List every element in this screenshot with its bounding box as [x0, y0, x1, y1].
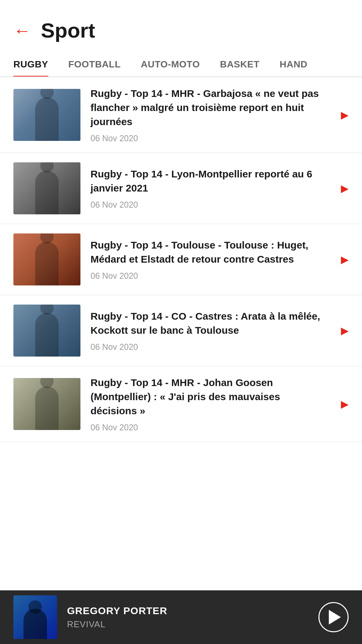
- image-silhouette: [35, 313, 59, 357]
- article-date: 06 Nov 2020: [90, 423, 327, 432]
- article-image: [13, 89, 80, 141]
- article-image: [13, 305, 80, 357]
- tabs-bar: RUGBYFOOTBALLAUTO-MOTOBASKETHAND: [0, 52, 362, 77]
- article-date: 06 Nov 2020: [90, 271, 327, 281]
- now-playing-bar: GREGORY PORTER REVIVAL: [0, 590, 362, 644]
- play-icon: [329, 610, 341, 625]
- article-item[interactable]: Rugby - Top 14 - CO - Castres : Arata à …: [0, 295, 362, 366]
- article-item[interactable]: Rugby - Top 14 - MHR - Johan Goosen (Mon…: [0, 366, 362, 442]
- article-chevron-icon: ▶: [341, 182, 349, 194]
- tab-rugby[interactable]: RUGBY: [13, 52, 48, 76]
- article-title: Rugby - Top 14 - Lyon-Montpellier report…: [90, 167, 327, 195]
- album-art: [13, 595, 57, 639]
- play-pause-button[interactable]: [318, 602, 349, 632]
- article-content: Rugby - Top 14 - CO - Castres : Arata à …: [80, 309, 338, 352]
- article-chevron-icon: ▶: [341, 398, 349, 410]
- article-list: Rugby - Top 14 - MHR - Garbajosa « ne ve…: [0, 77, 362, 442]
- article-date: 06 Nov 2020: [90, 133, 327, 143]
- np-artist-name: GREGORY PORTER: [67, 605, 308, 616]
- article-chevron-icon: ▶: [341, 109, 349, 121]
- back-button[interactable]: ←: [13, 22, 31, 39]
- article-image: [13, 233, 80, 285]
- art-head-shape: [28, 600, 42, 614]
- tab-football[interactable]: FOOTBALL: [68, 52, 121, 76]
- article-title: Rugby - Top 14 - MHR - Johan Goosen (Mon…: [90, 376, 327, 418]
- article-item[interactable]: Rugby - Top 14 - Lyon-Montpellier report…: [0, 153, 362, 224]
- article-date: 06 Nov 2020: [90, 342, 327, 352]
- tab-auto-moto[interactable]: AUTO-MOTO: [141, 52, 200, 76]
- article-title: Rugby - Top 14 - CO - Castres : Arata à …: [90, 309, 327, 337]
- page-title: Sport: [41, 18, 95, 42]
- article-date: 06 Nov 2020: [90, 200, 327, 210]
- article-chevron-icon: ▶: [341, 254, 349, 265]
- article-content: Rugby - Top 14 - Lyon-Montpellier report…: [80, 167, 338, 210]
- article-content: Rugby - Top 14 - MHR - Garbajosa « ne ve…: [80, 87, 338, 143]
- article-title: Rugby - Top 14 - Toulouse - Toulouse : H…: [90, 238, 327, 266]
- article-image: [13, 162, 80, 214]
- image-silhouette: [35, 386, 59, 430]
- article-item[interactable]: Rugby - Top 14 - MHR - Garbajosa « ne ve…: [0, 77, 362, 153]
- np-album-name: REVIVAL: [67, 619, 308, 630]
- article-title: Rugby - Top 14 - MHR - Garbajosa « ne ve…: [90, 87, 327, 129]
- article-item[interactable]: Rugby - Top 14 - Toulouse - Toulouse : H…: [0, 224, 362, 295]
- article-content: Rugby - Top 14 - Toulouse - Toulouse : H…: [80, 238, 338, 281]
- image-silhouette: [35, 171, 59, 214]
- image-silhouette: [35, 242, 59, 285]
- article-content: Rugby - Top 14 - MHR - Johan Goosen (Mon…: [80, 376, 338, 432]
- tab-hand[interactable]: HAND: [280, 52, 307, 76]
- tab-basket[interactable]: BASKET: [220, 52, 259, 76]
- article-chevron-icon: ▶: [341, 325, 349, 336]
- header: ← Sport: [0, 0, 362, 52]
- now-playing-text: GREGORY PORTER REVIVAL: [57, 605, 318, 630]
- article-image: [13, 378, 80, 430]
- image-silhouette: [35, 97, 59, 141]
